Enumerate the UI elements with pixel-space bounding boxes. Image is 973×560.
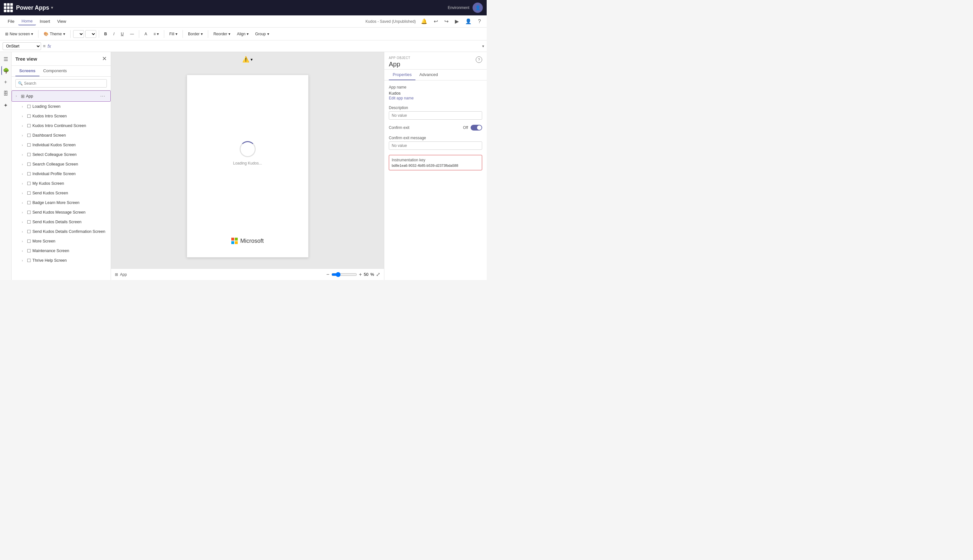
new-screen-icon: ⊞: [5, 32, 8, 36]
screen-icon: ☐: [27, 248, 31, 253]
list-item[interactable]: › ☐ Send Kudos Details Confirmation Scre…: [12, 227, 111, 237]
insert-icon[interactable]: +: [1, 78, 10, 87]
theme-button[interactable]: 🎨 Theme ▾: [41, 30, 67, 38]
theme-icon: 🎨: [43, 32, 48, 36]
app-item[interactable]: › ⊞ App ⋯: [12, 90, 111, 102]
group-button[interactable]: Group ▾: [252, 30, 272, 38]
zoom-slider[interactable]: [332, 272, 357, 277]
list-item[interactable]: › ☐ Maintenance Screen: [12, 246, 111, 256]
strikethrough-button[interactable]: —: [127, 30, 137, 38]
toolbar-separator-3: [99, 30, 99, 38]
menu-view[interactable]: View: [54, 18, 69, 25]
confirm-exit-toggle[interactable]: [471, 125, 482, 130]
list-item[interactable]: › ☐ Badge Learn More Screen: [12, 198, 111, 208]
list-item[interactable]: › ☐ My Kudos Screen: [12, 178, 111, 188]
confirm-exit-message-field: Confirm exit message: [389, 136, 482, 150]
screen-icon: ☐: [27, 229, 31, 234]
bold-button[interactable]: B: [102, 30, 110, 38]
rp-body: App name Kudos Edit app name Description…: [384, 80, 486, 280]
italic-button[interactable]: /: [111, 30, 117, 38]
align-label: Align: [237, 32, 245, 36]
border-button[interactable]: Border ▾: [185, 30, 205, 38]
app-title-chevron-icon[interactable]: ▾: [51, 5, 53, 10]
list-item[interactable]: › ☐ Loading Screen: [12, 102, 111, 111]
menu-home[interactable]: Home: [18, 17, 36, 25]
app-name-value: Kudos: [389, 91, 482, 96]
screen-icon: ☐: [27, 152, 31, 157]
font-select[interactable]: [73, 30, 84, 38]
user-avatar[interactable]: 👤: [473, 3, 483, 13]
tab-properties[interactable]: Properties: [389, 70, 415, 80]
list-item[interactable]: › ☐ More Screen: [12, 237, 111, 246]
variables-icon[interactable]: ✦: [1, 101, 10, 110]
waffle-icon[interactable]: [4, 3, 13, 12]
list-item[interactable]: › ☐ Select Colleague Screen: [12, 150, 111, 159]
property-select[interactable]: OnStart: [3, 42, 41, 50]
screen-label: Dashboard Screen: [32, 133, 107, 138]
underline-button[interactable]: U: [118, 30, 127, 38]
app-title: Power Apps ▾: [16, 5, 53, 11]
redo-button[interactable]: ↪: [443, 17, 450, 26]
list-item[interactable]: › ☐ Individual Kudos Screen: [12, 140, 111, 150]
new-screen-button[interactable]: ⊞ New screen ▾: [3, 30, 36, 38]
zoom-out-button[interactable]: −: [326, 272, 329, 277]
list-item[interactable]: › ☐ Send Kudos Message Screen: [12, 208, 111, 217]
ms-square-blue: [231, 241, 234, 244]
font-color-button[interactable]: A: [142, 30, 150, 38]
rp-header: APP OBJECT App ?: [384, 52, 486, 70]
tab-components[interactable]: Components: [40, 66, 71, 76]
tab-advanced[interactable]: Advanced: [415, 70, 442, 80]
list-item[interactable]: › ☐ Send Kudos Details Screen: [12, 217, 111, 227]
search-icon: 🔍: [18, 81, 23, 86]
screen-chevron-icon: ›: [22, 163, 26, 166]
formula-expand-icon[interactable]: ▾: [482, 44, 484, 48]
screen-label: Kudos Intro Continued Screen: [32, 123, 107, 128]
new-screen-chevron-icon: ▾: [31, 32, 33, 36]
zoom-in-button[interactable]: +: [359, 272, 362, 277]
user-settings-icon[interactable]: 👤: [464, 17, 473, 26]
list-item[interactable]: › ☐ Kudos Intro Screen: [12, 111, 111, 121]
warning-chevron-icon[interactable]: ▾: [250, 57, 253, 62]
menu-file[interactable]: File: [5, 18, 18, 25]
confirm-exit-message-input[interactable]: [389, 142, 482, 150]
edit-app-name-link[interactable]: Edit app name: [389, 96, 413, 100]
expand-canvas-button[interactable]: ⤢: [376, 271, 380, 277]
reorder-button[interactable]: Reorder ▾: [211, 30, 233, 38]
screen-chevron-icon: ›: [22, 143, 26, 147]
menu-insert[interactable]: Insert: [37, 18, 53, 25]
list-item[interactable]: › ☐ Kudos Intro Continued Screen: [12, 121, 111, 130]
rp-title: App: [389, 61, 482, 68]
tree-tabs: Screens Components: [12, 66, 111, 77]
data-icon[interactable]: 🗄: [1, 89, 10, 98]
tree-view-icon[interactable]: 🌳: [1, 66, 10, 75]
description-input[interactable]: [389, 111, 482, 120]
fill-button[interactable]: Fill ▾: [167, 30, 180, 38]
list-item[interactable]: › ☐ Send Kudos Screen: [12, 188, 111, 198]
tab-screens[interactable]: Screens: [15, 66, 40, 76]
formula-input[interactable]: [53, 43, 480, 49]
list-item[interactable]: › ☐ Individual Profile Screen: [12, 169, 111, 178]
list-item[interactable]: › ☐ Search Colleague Screen: [12, 159, 111, 169]
help-icon[interactable]: ?: [477, 17, 482, 26]
app-item-more-button[interactable]: ⋯: [99, 93, 107, 99]
list-item[interactable]: › ☐ Thrive Help Screen: [12, 256, 111, 265]
group-label: Group: [255, 32, 266, 36]
tree-search-input[interactable]: [15, 79, 107, 88]
right-panel: APP OBJECT App ? Properties Advanced App…: [384, 52, 486, 280]
screen-chevron-icon: ›: [22, 153, 26, 157]
font-size-select[interactable]: [85, 30, 96, 38]
hamburger-menu-icon[interactable]: ☰: [1, 55, 10, 63]
screen-chevron-icon: ›: [22, 172, 26, 176]
align-button[interactable]: Align ▾: [234, 30, 251, 38]
play-button[interactable]: ▶: [453, 17, 460, 26]
screen-chevron-icon: ›: [22, 124, 26, 128]
undo-button[interactable]: ↩: [432, 17, 439, 26]
underline-icon: U: [121, 32, 124, 36]
list-item[interactable]: › ☐ Dashboard Screen: [12, 130, 111, 140]
tree-close-button[interactable]: ✕: [102, 55, 107, 62]
fill-chevron-icon: ▾: [175, 32, 177, 36]
align-text-button[interactable]: ≡ ▾: [151, 30, 161, 38]
help-circle-icon[interactable]: ?: [476, 57, 482, 63]
screen-chevron-icon: ›: [22, 115, 26, 118]
notifications-icon[interactable]: 🔔: [420, 17, 428, 26]
